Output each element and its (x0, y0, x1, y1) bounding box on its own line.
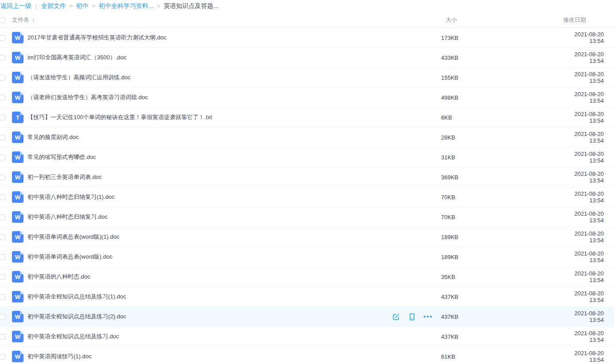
file-type-icon: W (12, 32, 23, 43)
file-type-icon: W (12, 132, 23, 143)
edit-icon (392, 313, 400, 321)
table-row[interactable]: W 常见的频度副词.doc (0, 128, 614, 147)
file-name-link[interactable]: im打印全国高考英语词汇（3500）.doc (27, 54, 126, 61)
row-checkbox[interactable] (0, 135, 5, 140)
file-name-link[interactable]: 初中英语八种时态归纳复习.doc (27, 213, 108, 220)
file-type-icon: W (12, 291, 23, 302)
row-checkbox[interactable] (0, 35, 5, 41)
file-date: 2021-08-20 13:54 (559, 51, 614, 64)
more-actions-button[interactable] (423, 313, 432, 321)
row-checkbox[interactable] (0, 234, 5, 240)
row-checkbox[interactable] (0, 55, 5, 61)
folded-corner (20, 311, 23, 314)
breadcrumb-link-junior[interactable]: 初中 (76, 2, 89, 10)
edit-button[interactable] (391, 313, 400, 321)
column-header-size[interactable]: 大小 (441, 16, 559, 24)
file-type-letter: T (16, 115, 20, 120)
file-type-icon: W (12, 211, 23, 223)
row-checkbox[interactable] (0, 214, 5, 220)
file-type-letter: W (15, 35, 20, 41)
back-to-parent-link[interactable]: 返回上一级 (0, 2, 31, 10)
file-date: 2021-08-20 13:54 (559, 350, 614, 363)
folded-corner (20, 52, 23, 55)
row-checkbox[interactable] (0, 95, 5, 101)
file-name-link[interactable]: 初中英语阅读技巧(1).doc (27, 353, 91, 360)
file-name-link[interactable]: 2017年甘肃省普通高等学校招生英语听力测试大纲.doc (27, 34, 167, 41)
file-name-link[interactable]: 初一到初三全英语单词表.doc (27, 174, 102, 180)
file-type-letter: W (15, 294, 20, 300)
file-date: 2021-08-20 13:54 (559, 190, 614, 204)
table-row[interactable]: W im打印全国高考英语词汇（3500）.doc (0, 48, 614, 68)
row-checkbox[interactable] (0, 75, 5, 81)
file-type-letter: W (15, 55, 20, 61)
file-name-link[interactable]: 初中英语单词表总表(word版)(1).doc (27, 233, 119, 240)
table-row[interactable]: W 初中英语单词表总表(word版)(1).doc (0, 227, 614, 247)
table-row[interactable]: W 初中英语阅读技巧(1).doc (0, 347, 614, 364)
select-all-checkbox[interactable] (0, 17, 5, 23)
table-row[interactable]: W （请老师们发送给学生）高考英语习语词组.doc (0, 88, 614, 108)
row-checkbox[interactable] (0, 274, 5, 280)
file-name-link[interactable]: 初中英语的八种时态.doc (27, 273, 90, 280)
row-checkbox[interactable] (0, 334, 5, 340)
file-type-letter: W (15, 254, 20, 260)
row-checkbox[interactable] (0, 155, 5, 160)
table-row[interactable]: W 初中英语全程知识点总结及练习.doc (0, 327, 614, 347)
table-row[interactable]: W （请发送给学生）高频词汇运用训练.doc (0, 68, 614, 88)
file-name-link[interactable]: 常见的缩写形式有哪些.doc (27, 154, 96, 160)
table-row[interactable]: W 初中英语八种时态归纳复习.doc (0, 207, 614, 227)
file-date: 2021-08-20 13:54 (559, 31, 614, 44)
more-actions-icon (423, 315, 432, 318)
file-name-link[interactable]: 初中英语八种时态归纳复习(1).doc (27, 194, 114, 200)
file-type-icon: W (12, 311, 23, 322)
file-size: 173KB (441, 35, 559, 41)
file-name-link[interactable]: 常见的频度副词.doc (27, 134, 79, 140)
breadcrumb-chevron-icon: > (70, 3, 73, 9)
file-size: 61KB (441, 353, 559, 360)
file-type-letter: W (15, 135, 20, 140)
row-checkbox[interactable] (0, 354, 5, 360)
table-row[interactable]: W 初中英语八种时态归纳复习(1).doc (0, 187, 614, 207)
file-name-link[interactable]: 初中英语全程知识点总结及练习(2).doc (27, 313, 126, 320)
table-row[interactable]: W 初中英语全程知识点总结及练习(2).doc (0, 307, 614, 327)
folded-corner (20, 32, 23, 35)
table-row[interactable]: W 初中英语的八种时态.doc (0, 267, 614, 287)
file-type-icon: W (12, 52, 23, 63)
row-checkbox[interactable] (0, 254, 5, 260)
file-type-letter: W (15, 334, 20, 340)
breadcrumb-link-study-materials[interactable]: 初中全科学习资料... (99, 2, 154, 10)
folded-corner (20, 171, 23, 175)
file-name-link[interactable]: （请发送给学生）高频词汇运用训练.doc (27, 74, 131, 81)
file-date: 2021-08-20 13:54 (559, 131, 614, 144)
breadcrumb-link-all-files[interactable]: 全部文件 (41, 2, 66, 10)
row-checkbox[interactable] (0, 314, 5, 320)
file-date: 2021-08-20 13:54 (559, 170, 614, 184)
table-row[interactable]: W 初中英语单词表总表(word版).doc (0, 247, 614, 267)
row-checkbox[interactable] (0, 115, 5, 120)
row-checkbox[interactable] (0, 194, 5, 200)
file-name-link[interactable]: 初中英语单词表总表(word版).doc (27, 253, 112, 260)
file-name-link[interactable]: 【技巧】一天记住100个单词的秘诀在这里！寒假英语逆袭就靠它了！.txt (27, 114, 212, 120)
column-header-name[interactable]: 文件名 ↑ (12, 16, 441, 24)
file-date: 2021-08-20 13:54 (559, 270, 614, 283)
column-header-date[interactable]: 修改日期 (559, 16, 614, 24)
table-row[interactable]: W 初一到初三全英语单词表.doc (0, 167, 614, 187)
table-row[interactable]: W 常见的缩写形式有哪些.doc (0, 147, 614, 167)
file-size: 6KB (441, 114, 559, 121)
file-name-link[interactable]: （请老师们发送给学生）高考英语习语词组.doc (27, 94, 148, 101)
breadcrumb-pipe-separator: | (35, 3, 37, 10)
file-name-link[interactable]: 初中英语全程知识点总结及练习(1).doc (27, 293, 126, 300)
file-size: 189KB (441, 234, 559, 240)
table-row[interactable]: T 【技巧】一天记住100个单词的秘诀在这里！寒假英语逆袭就靠它了！.txt (0, 108, 614, 128)
file-name-link[interactable]: 初中英语全程知识点总结及练习.doc (27, 333, 119, 340)
row-checkbox[interactable] (0, 174, 5, 180)
send-to-phone-button[interactable] (407, 313, 416, 321)
row-checkbox[interactable] (0, 294, 5, 300)
row-actions (388, 313, 441, 321)
file-type-letter: W (15, 314, 20, 320)
sort-ascending-icon[interactable]: ↑ (32, 17, 35, 23)
table-row[interactable]: W 2017年甘肃省普通高等学校招生英语听力测试大纲.doc (0, 28, 614, 48)
table-row[interactable]: W 初中英语全程知识点总结及练习(1).doc (0, 287, 614, 307)
send-to-phone-icon (409, 313, 415, 321)
file-date: 2021-08-20 13:54 (559, 230, 614, 244)
breadcrumb-current: 英语知识点及答题... (164, 2, 219, 10)
